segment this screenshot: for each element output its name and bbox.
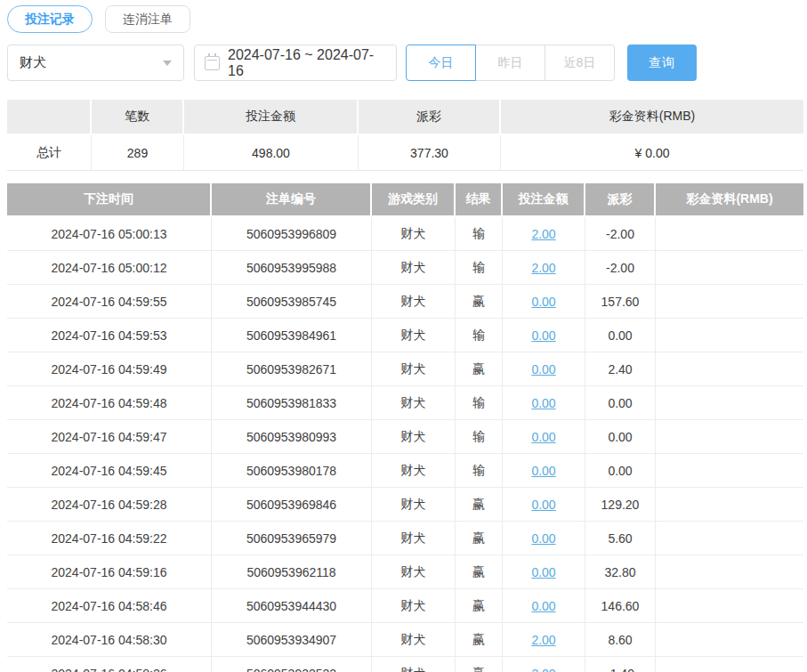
cell-order-no: 5060953980993	[212, 420, 372, 454]
cell-result: 赢	[456, 589, 503, 623]
chevron-down-icon	[163, 61, 172, 66]
date-range-input[interactable]: 2024-07-16 ~ 2024-07-16	[194, 45, 397, 81]
yesterday-button[interactable]: 昨日	[475, 45, 545, 81]
tab-cancelled-orders[interactable]: 连消注单	[105, 5, 190, 33]
cell-bet-time: 2024-07-16 04:58:26	[7, 657, 212, 672]
table-row: 2024-07-16 04:58:46 5060953944430 财犬 赢 0…	[7, 589, 803, 623]
bet-table-body: 2024-07-16 05:00:13 5060953996809 财犬 输 2…	[7, 215, 803, 672]
date-quick-buttons: 今日 昨日 近8日	[406, 45, 615, 81]
bet-records-table: 下注时间 注单编号 游戏类别 结果 投注金额 派彩 彩金资料(RMB) 2024…	[7, 183, 803, 672]
cell-bet-amount: 2.00	[503, 623, 585, 657]
bet-amount-link[interactable]: 0.00	[531, 328, 555, 343]
cell-game-type: 财犬	[372, 555, 456, 589]
cell-payout: 146.60	[585, 589, 656, 623]
cell-bet-amount: 0.00	[503, 488, 585, 522]
cell-payout: 0.00	[585, 319, 656, 352]
summary-header-bet-amount: 投注金额	[184, 100, 359, 134]
search-button[interactable]: 查询	[627, 45, 697, 81]
cell-game-type: 财犬	[372, 251, 456, 285]
cell-game-type: 财犬	[372, 454, 456, 488]
bet-amount-link[interactable]: 0.00	[531, 464, 555, 478]
cell-order-no: 5060953995988	[212, 251, 372, 285]
summary-header-payout: 派彩	[359, 100, 501, 134]
cell-result: 输	[456, 420, 503, 454]
cell-bet-time: 2024-07-16 04:59:47	[7, 420, 212, 454]
game-select[interactable]: 财犬	[7, 45, 184, 81]
cell-payout: 0.00	[585, 386, 656, 420]
cell-bet-time: 2024-07-16 04:58:30	[7, 623, 212, 657]
cell-bonus	[656, 555, 803, 589]
cell-bonus	[656, 589, 803, 623]
bet-amount-link[interactable]: 2.00	[531, 227, 555, 241]
header-payout: 派彩	[585, 183, 656, 215]
cell-game-type: 财犬	[372, 319, 456, 352]
cell-payout: -1.40	[585, 657, 656, 672]
cell-game-type: 财犬	[372, 217, 456, 251]
cell-order-no: 5060953944430	[212, 589, 372, 623]
cell-game-type: 财犬	[372, 522, 456, 555]
cell-order-no: 5060953965979	[212, 522, 372, 555]
cell-bet-amount: 0.00	[503, 420, 585, 454]
cell-bet-amount: 0.00	[503, 589, 585, 623]
table-row: 2024-07-16 04:59:53 5060953984961 财犬 输 0…	[7, 319, 803, 352]
bet-amount-link[interactable]: 0.00	[531, 430, 555, 444]
cell-result: 输	[456, 319, 503, 352]
bet-amount-link[interactable]: 0.00	[531, 599, 555, 613]
cell-bet-amount: 0.00	[503, 285, 585, 319]
filter-bar: 财犬 2024-07-16 ~ 2024-07-16 今日 昨日 近8日 查询	[7, 45, 803, 81]
header-game-type: 游戏类别	[372, 183, 456, 215]
cell-bonus	[656, 454, 803, 488]
table-row: 2024-07-16 04:59:48 5060953981833 财犬 输 0…	[7, 386, 803, 420]
today-button[interactable]: 今日	[406, 45, 476, 81]
table-row: 2024-07-16 04:59:49 5060953982671 财犬 赢 0…	[7, 352, 803, 386]
cell-result: 赢	[456, 522, 503, 555]
bet-amount-link[interactable]: 0.00	[531, 498, 555, 512]
cell-bonus	[656, 657, 803, 672]
cell-bet-time: 2024-07-16 04:59:53	[7, 319, 212, 352]
cell-result: 赢	[456, 657, 503, 672]
cell-game-type: 财犬	[372, 589, 456, 623]
cell-bet-time: 2024-07-16 04:59:28	[7, 488, 212, 522]
bet-amount-link[interactable]: 0.00	[531, 396, 555, 410]
cell-bet-amount: 2.00	[503, 251, 585, 285]
summary-total-bet-amount: 498.00	[184, 135, 359, 171]
cell-bonus	[656, 217, 803, 251]
cell-result: 赢	[456, 488, 503, 522]
summary-header-count: 笔数	[92, 100, 184, 134]
bet-amount-link[interactable]: 2.00	[531, 261, 555, 275]
cell-game-type: 财犬	[372, 352, 456, 386]
cell-result: 赢	[456, 623, 503, 657]
cell-payout: 2.40	[585, 352, 656, 386]
cell-game-type: 财犬	[372, 657, 456, 672]
table-row: 2024-07-16 05:00:13 5060953996809 财犬 输 2…	[7, 215, 803, 251]
cell-order-no: 5060953984961	[212, 319, 372, 352]
cell-result: 赢	[456, 352, 503, 386]
cell-bet-time: 2024-07-16 04:59:16	[7, 555, 212, 589]
cell-payout: 0.00	[585, 420, 656, 454]
bet-amount-link[interactable]: 0.00	[531, 295, 555, 309]
cell-order-no: 5060953932522	[212, 657, 372, 672]
header-bet-amount: 投注金额	[503, 183, 585, 215]
cell-bet-amount: 0.00	[503, 454, 585, 488]
table-row: 2024-07-16 04:58:26 5060953932522 财犬 赢 2…	[7, 657, 803, 672]
cell-bet-time: 2024-07-16 04:59:49	[7, 352, 212, 386]
summary-total-bonus: ¥ 0.00	[501, 135, 803, 171]
summary-table: 笔数 投注金额 派彩 彩金资料(RMB) 总计 289 498.00 377.3…	[7, 100, 803, 171]
last-8-days-button[interactable]: 近8日	[545, 45, 615, 81]
bet-amount-link[interactable]: 0.00	[531, 362, 555, 376]
cell-game-type: 财犬	[372, 285, 456, 319]
cell-order-no: 5060953969846	[212, 488, 372, 522]
bet-amount-link[interactable]: 2.00	[531, 667, 555, 672]
cell-bet-amount: 2.00	[503, 217, 585, 251]
bet-amount-link[interactable]: 0.00	[531, 531, 555, 546]
bet-amount-link[interactable]: 0.00	[531, 565, 555, 579]
table-row: 2024-07-16 04:59:28 5060953969846 财犬 赢 0…	[7, 488, 803, 522]
tab-betting-records[interactable]: 投注记录	[7, 5, 93, 33]
cell-bet-amount: 0.00	[503, 555, 585, 589]
table-row: 2024-07-16 04:59:16 5060953962118 财犬 赢 0…	[7, 555, 803, 589]
cell-result: 赢	[456, 555, 503, 589]
bet-amount-link[interactable]: 2.00	[531, 633, 555, 647]
header-result: 结果	[456, 183, 503, 215]
table-row: 2024-07-16 04:59:47 5060953980993 财犬 输 0…	[7, 420, 803, 454]
cell-result: 输	[456, 251, 503, 285]
